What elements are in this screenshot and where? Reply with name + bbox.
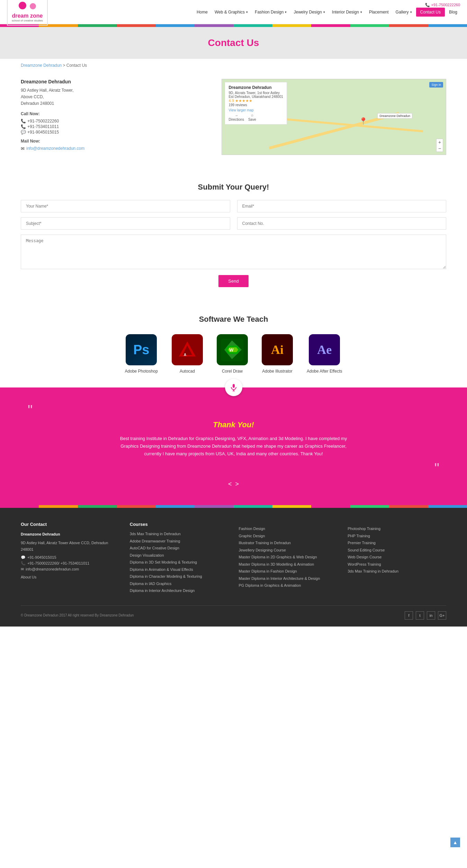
software-autocad: A Autocad	[172, 334, 203, 374]
map-area: Sign in Dreamzone Dehradun 9D, Alcrats T…	[222, 79, 446, 155]
map-title: Dreamzone Dehradun	[228, 85, 283, 90]
footer-course-item[interactable]: PHP Training	[348, 533, 446, 539]
phone1: 📞 +91-7500222260	[21, 119, 208, 124]
nav-home[interactable]: Home	[194, 8, 210, 16]
testimonial-nav: < >	[28, 481, 439, 488]
ai-icon: Ai	[262, 334, 293, 365]
social-twitter[interactable]: t	[416, 611, 424, 620]
address-line3: Dehradun 248001	[21, 100, 208, 107]
message-textarea[interactable]	[21, 235, 446, 269]
mail-label: Mail Now:	[21, 138, 208, 145]
whatsapp: 💬 +91-9045015015	[21, 130, 208, 135]
zoom-out[interactable]: −	[437, 145, 443, 152]
header: dream zone school of creative studies Ho…	[0, 0, 467, 24]
footer-course-item[interactable]: Premier Training	[348, 540, 446, 546]
form-row-1	[21, 200, 446, 212]
map-label: Dreamzone Dehradun	[377, 113, 412, 119]
nav-web-graphics[interactable]: Web & Graphics	[212, 8, 251, 16]
footer-course-item[interactable]: WordPress Training	[348, 561, 446, 567]
footer-courses-2: Fashion Design Graphic Design Illustrato…	[239, 522, 338, 595]
name-input[interactable]	[21, 200, 230, 212]
footer-course-item[interactable]: PG Diploma in Graphics & Animation	[239, 583, 338, 588]
footer-course-item[interactable]: Illustrator Training in Dehradun	[239, 540, 338, 546]
footer-courses-title: Courses	[130, 522, 228, 527]
footer-about-link[interactable]: About Us	[21, 574, 119, 580]
map-reviews: 199 reviews	[228, 103, 283, 107]
footer-course-item[interactable]: 3ds Max Training in Dehradun	[130, 531, 228, 537]
contact-input[interactable]	[237, 217, 447, 230]
footer-course-item[interactable]: Graphic Design	[239, 533, 338, 539]
map-zoom: + −	[436, 139, 443, 152]
social-googleplus[interactable]: G+	[438, 611, 446, 620]
breadcrumb-home[interactable]: Dreamzone Dehradun	[21, 63, 62, 68]
social-linkedin[interactable]: in	[427, 611, 435, 620]
footer-course-item[interactable]: Diploma in IAD Graphics	[130, 581, 228, 587]
footer-course-item[interactable]: Sound Editing Course	[348, 547, 446, 553]
footer-address: 9D Astley Hall, Akratz Tower Above CCD, …	[21, 540, 119, 552]
footer-course-item[interactable]: Diploma in Interior Architecture Design	[130, 588, 228, 594]
software-coreldraw: W Corel Draw	[217, 334, 248, 374]
footer-course-item[interactable]: Diploma in 3D Set Modeling & Texturing	[130, 559, 228, 565]
footer-course-item[interactable]: Web Design Course	[348, 554, 446, 560]
footer-course-item[interactable]: Master Diploma in Interior Architecture …	[239, 576, 338, 582]
quote-left-icon: "	[28, 403, 439, 417]
nav-interior-design[interactable]: Interior Design	[329, 8, 365, 16]
quote-right-icon: "	[28, 461, 439, 475]
map-address: 9D, Alcrats Tower, 1st floor Astley Est …	[228, 91, 283, 99]
email-input[interactable]	[237, 200, 447, 212]
social-icons: f t in G+	[405, 611, 446, 620]
footer-contact: Our Contact Dreamzone Dehradun 9D Astley…	[21, 522, 119, 595]
header-phone: 📞 +91-7500222260	[425, 3, 460, 7]
testimonial-section: " Thank You! Best training Institute in …	[0, 387, 467, 505]
send-button[interactable]: Send	[218, 275, 248, 287]
footer-course-item[interactable]: Photoshop Training	[348, 526, 446, 532]
footer-course-item[interactable]: Fashion Design	[239, 526, 338, 532]
mail-icon: ✉	[21, 146, 25, 151]
form-row-2	[21, 217, 446, 230]
map-directions[interactable]: → Directions	[228, 113, 244, 121]
footer-email: ✉ info@dreamzonedehradun.com	[21, 567, 119, 572]
footer-course-item[interactable]: Jewellery Designing Course	[239, 547, 338, 553]
footer-course-item[interactable]: 3ds Max Training in Dehradun	[348, 568, 446, 574]
copyright: © Dreamzone Dehradun 2017 All right rese…	[21, 613, 134, 617]
svg-text:W: W	[229, 347, 234, 353]
logo[interactable]: dream zone school of creative studies	[7, 0, 48, 26]
footer-course-item[interactable]: Diploma in Character Modeling & Texturin…	[130, 574, 228, 579]
svg-text:A: A	[184, 353, 186, 357]
software-section: Software We Teach Ps Adobe Photoshop A A…	[0, 301, 467, 387]
subject-input[interactable]	[21, 217, 230, 230]
footer-course-item[interactable]: Master Diploma in Fashion Design	[239, 568, 338, 574]
zoom-in[interactable]: +	[437, 139, 443, 145]
contact-info: Dreamzone Dehradun 9D Astley Hall, Akrat…	[21, 79, 208, 155]
map-signin[interactable]: Sign in	[429, 82, 443, 88]
map-rating: 4.9 ★★★★★	[228, 99, 283, 103]
footer-courses-1: Courses 3ds Max Training in Dehradun Ado…	[130, 522, 228, 595]
footer-whatsapp: 💬 +91-9045015015	[21, 555, 119, 560]
email-link[interactable]: info@dreamzonedehradun.com	[26, 146, 84, 151]
footer-course-item[interactable]: Master Diploma in 2D Graphics & Web Desi…	[239, 554, 338, 560]
footer-course-item[interactable]: AutoCAD for Creative Design	[130, 545, 228, 551]
next-button[interactable]: >	[235, 481, 239, 488]
map-save[interactable]: ☆ Save	[248, 113, 256, 121]
nav-blog[interactable]: Blog	[446, 8, 460, 16]
footer-course-item[interactable]: Diploma in Animation & Visual Effects	[130, 567, 228, 573]
nav-jewelry-design[interactable]: Jewelry Design	[291, 8, 327, 16]
nav-fashion-design[interactable]: Fashion Design	[252, 8, 289, 16]
breadcrumb-separator: >	[63, 63, 66, 68]
logo-text: dream zone	[12, 13, 43, 19]
footer: Our Contact Dreamzone Dehradun 9D Astley…	[0, 508, 467, 627]
nav-placement[interactable]: Placement	[366, 8, 392, 16]
contact-us-button[interactable]: Contact Us	[416, 8, 445, 17]
phone2: 📞 +91-7534011011	[21, 124, 208, 129]
svg-rect-8	[233, 384, 235, 388]
footer-course-item[interactable]: Design Visualization	[130, 552, 228, 558]
page-hero: Contact Us	[0, 27, 467, 59]
social-facebook[interactable]: f	[405, 611, 413, 620]
footer-course-item[interactable]: Adobe Dreamwaever Training	[130, 538, 228, 544]
software-aftereffects: Ae Adobe After Effects	[307, 334, 342, 374]
nav-gallery[interactable]: Gallery	[393, 8, 415, 16]
prev-button[interactable]: <	[228, 481, 232, 488]
software-photoshop: Ps Adobe Photoshop	[125, 334, 158, 374]
footer-course-item[interactable]: Master Diploma in 3D Modelling & Animati…	[239, 561, 338, 567]
view-larger-link[interactable]: View larger map	[228, 108, 283, 112]
